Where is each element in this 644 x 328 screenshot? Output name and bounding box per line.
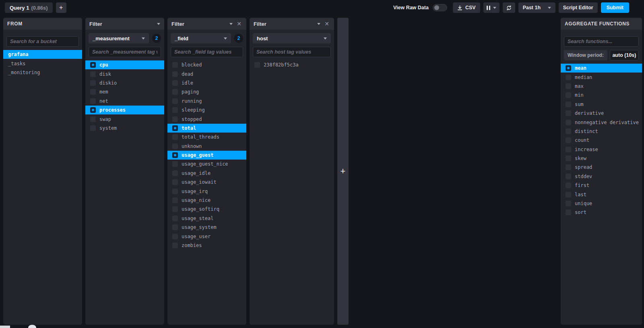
query-tab[interactable]: Query 1 (0.86s) [5,2,53,13]
time-range-dropdown[interactable]: Past 1h [518,2,555,13]
tag-value-row[interactable]: system [85,124,164,133]
checkbox[interactable] [172,216,178,221]
checkbox[interactable] [172,89,178,95]
checkbox[interactable] [172,243,178,248]
chevron-down-icon[interactable] [157,23,160,25]
tag-value-row[interactable]: stopped [167,114,246,123]
function-row[interactable]: last [561,190,642,199]
checkbox[interactable] [566,129,571,134]
function-row[interactable]: stddev [561,172,642,181]
add-filter-button[interactable]: + [337,18,349,325]
bucket-row[interactable]: grafana [3,50,82,59]
tag-value-row[interactable]: processes [85,106,164,114]
function-row[interactable]: sum [561,100,642,109]
function-row[interactable]: skew [561,154,642,163]
checkbox[interactable] [254,62,260,68]
tag-value-row[interactable]: total_threads [167,133,246,141]
bucket-search-input[interactable] [10,39,75,44]
function-row[interactable]: mean [561,64,642,73]
checkbox[interactable] [172,62,178,68]
function-row[interactable]: nonnegative derivative [561,118,642,127]
tag-value-row[interactable]: diskio [85,79,164,87]
checkbox[interactable] [172,143,178,149]
submit-button[interactable]: Submit [601,2,629,13]
checkbox[interactable] [566,110,571,116]
checkbox[interactable] [566,174,571,179]
checkbox[interactable] [90,62,96,68]
checkbox[interactable] [172,80,178,86]
checkbox[interactable] [566,156,571,161]
function-row[interactable]: spread [561,163,642,172]
function-row[interactable]: first [561,181,642,190]
tag-key-dropdown[interactable]: _field [171,33,231,44]
checkbox[interactable] [172,197,178,203]
tag-value-row[interactable]: usage_system [167,223,246,232]
checkbox[interactable] [566,192,571,197]
bucket-row[interactable]: _monitoring [3,68,82,77]
checkbox[interactable] [566,147,571,152]
checkbox[interactable] [90,98,96,104]
checkbox[interactable] [172,179,178,185]
checkbox[interactable] [172,116,178,122]
function-row[interactable]: distinct [561,127,642,136]
checkbox[interactable] [172,98,178,104]
checkbox[interactable] [172,189,178,194]
checkbox[interactable] [90,125,96,131]
tag-value-row[interactable]: usage_idle [167,169,246,178]
tag-value-row[interactable]: usage_guest_nice [167,160,246,168]
tag-value-row[interactable]: cpu [85,60,164,69]
checkbox[interactable] [172,224,178,230]
function-row[interactable]: min [561,91,642,100]
checkbox[interactable] [172,71,178,77]
tag-value-row[interactable]: blocked [167,60,246,69]
checkbox[interactable] [566,65,571,71]
checkbox[interactable] [90,80,96,86]
function-row[interactable]: sort [561,208,642,217]
refresh-button[interactable] [503,2,515,13]
checkbox[interactable] [566,201,571,206]
close-icon[interactable]: ✕ [324,20,330,27]
function-row[interactable]: increase [561,145,642,154]
tag-value-search[interactable] [253,47,331,57]
function-row[interactable]: max [561,82,642,91]
checkbox[interactable] [172,170,178,176]
tag-value-row[interactable]: idle [167,79,246,87]
checkbox[interactable] [566,75,571,80]
add-query-button[interactable]: + [56,2,66,13]
tag-value-search-input[interactable] [174,49,239,55]
checkbox[interactable] [566,164,571,170]
checkbox[interactable] [172,234,178,239]
function-row[interactable]: unique [561,199,642,208]
tag-value-row[interactable]: sleeping [167,106,246,114]
checkbox[interactable] [90,89,96,95]
checkbox[interactable] [566,92,571,98]
tag-value-row[interactable]: unknown [167,142,246,151]
tag-value-row[interactable]: running [167,97,246,106]
tag-value-row[interactable]: usage_user [167,232,246,241]
bucket-row[interactable]: _tasks [3,59,82,68]
tag-value-search-input[interactable] [256,49,327,55]
checkbox[interactable] [172,152,178,158]
function-row[interactable]: median [561,73,642,81]
checkbox[interactable] [172,125,178,131]
tag-value-row[interactable]: zombies [167,241,246,250]
tag-value-row[interactable]: usage_guest [167,151,246,160]
checkbox[interactable] [566,83,571,89]
function-search[interactable] [564,36,639,47]
function-row[interactable]: derivative [561,109,642,118]
checkbox[interactable] [172,161,178,167]
tag-value-row[interactable]: total [167,124,246,133]
tag-value-row[interactable]: net [85,97,164,106]
tag-key-dropdown[interactable]: _measurement [89,33,149,44]
tag-value-row[interactable]: usage_softirq [167,205,246,214]
view-raw-data-toggle[interactable] [433,4,447,11]
close-icon[interactable]: ✕ [236,20,242,27]
checkbox[interactable] [566,102,571,107]
tag-value-row[interactable]: 238f82bf5c3a [250,60,334,69]
tag-value-row[interactable]: mem [85,87,164,96]
checkbox[interactable] [172,206,178,212]
chevron-down-icon[interactable] [229,23,233,25]
tag-value-row[interactable]: swap [85,114,164,123]
tag-value-search[interactable] [89,47,161,57]
tag-value-search-input[interactable] [92,49,157,55]
